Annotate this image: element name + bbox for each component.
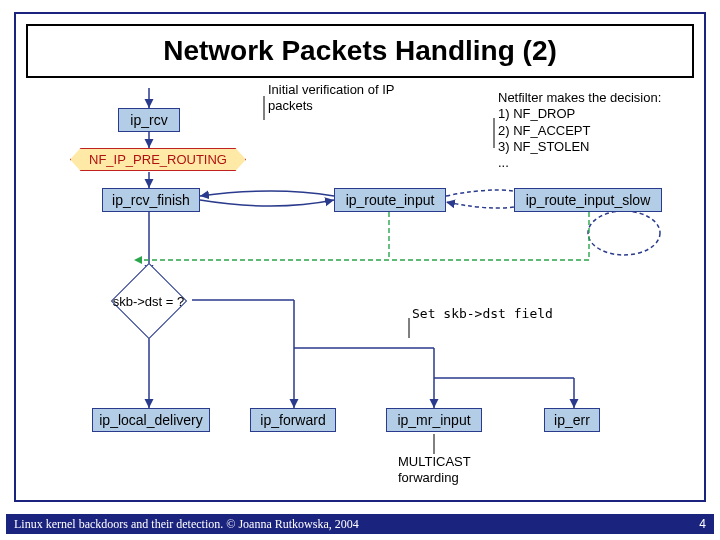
diamond-label: skb->dst = ? — [113, 294, 185, 309]
box-ip-route-input: ip_route_input — [334, 188, 446, 212]
note-initial-verification: Initial verification of IP packets — [268, 82, 428, 115]
box-ip-rcv-finish: ip_rcv_finish — [102, 188, 200, 212]
footer-text: Linux kernel backdoors and their detecti… — [14, 517, 359, 532]
box-ip-mr-input: ip_mr_input — [386, 408, 482, 432]
box-ip-local-delivery: ip_local_delivery — [92, 408, 210, 432]
note-netfilter: Netfilter makes the decision: 1) NF_DROP… — [498, 90, 668, 171]
note-set-skb-dst: Set skb->dst field — [412, 306, 572, 322]
hex-nf-ip-pre-routing: NF_IP_PRE_ROUTING — [70, 148, 246, 171]
diamond-skb-dst: skb->dst = ? — [111, 263, 187, 339]
diagram-area: ip_rcv NF_IP_PRE_ROUTING ip_rcv_finish i… — [14, 88, 706, 500]
svg-point-4 — [588, 211, 660, 255]
box-ip-forward: ip_forward — [250, 408, 336, 432]
box-ip-route-input-slow: ip_route_input_slow — [514, 188, 662, 212]
footer-bar: Linux kernel backdoors and their detecti… — [6, 514, 714, 534]
box-ip-err: ip_err — [544, 408, 600, 432]
page-number: 4 — [699, 517, 706, 531]
box-ip-rcv: ip_rcv — [118, 108, 180, 132]
note-multicast: MULTICAST forwarding — [398, 454, 498, 487]
slide-title: Network Packets Handling (2) — [26, 24, 694, 78]
